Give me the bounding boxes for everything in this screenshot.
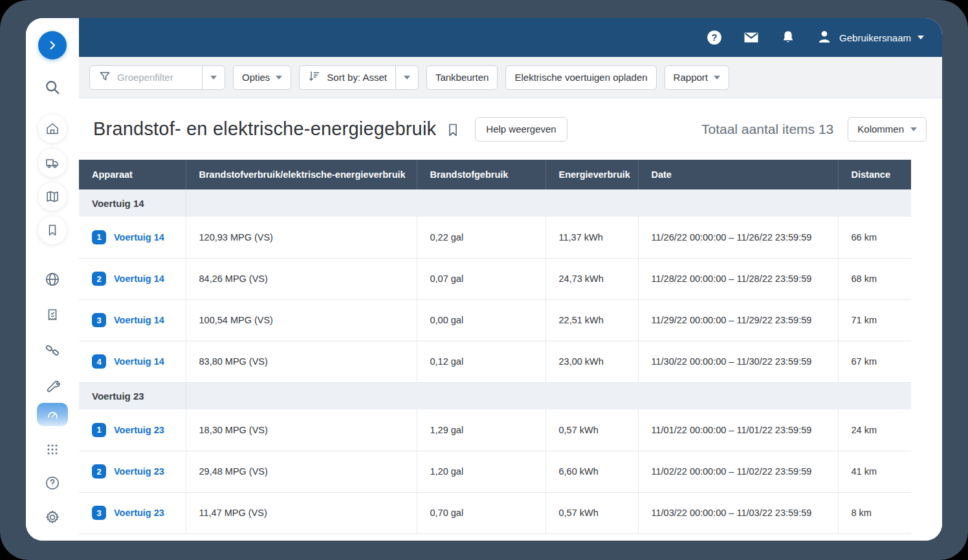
- fuel-cell: 1,20 gal: [417, 451, 545, 492]
- report-button[interactable]: Rapport: [665, 65, 729, 90]
- help-icon[interactable]: ?: [706, 29, 723, 46]
- wrench-icon: [45, 378, 61, 394]
- distance-cell: 24 km: [838, 409, 911, 451]
- sidebar-item-settings[interactable]: [38, 503, 67, 532]
- receipt-check-icon: [45, 307, 60, 323]
- row-index-badge: 1: [92, 230, 106, 244]
- chevron-down-icon: [210, 76, 217, 80]
- page-header: Brandstof- en elektrische-energiegebruik…: [79, 98, 942, 160]
- asset-cell: 3Voertuig 23: [79, 492, 186, 533]
- energy-cell: 11,37 kWh: [545, 217, 638, 258]
- column-header-1[interactable]: Brandstofverbruik/elektrische-energiever…: [186, 160, 417, 189]
- asset-link[interactable]: Voertuig 23: [114, 466, 164, 477]
- group-row-filler: [186, 189, 911, 217]
- sidebar-item-activity[interactable]: [38, 301, 67, 329]
- date-cell: 11/26/22 00:00:00 – 11/26/22 23:59:59: [638, 217, 838, 258]
- column-header-0[interactable]: Apparaat: [79, 160, 186, 189]
- row-index-badge: 4: [92, 354, 106, 369]
- fuel-cell: 0,70 gal: [417, 492, 545, 533]
- sidebar-item-maintenance[interactable]: [38, 372, 67, 400]
- sidebar-item-help[interactable]: [38, 469, 67, 497]
- column-header-2[interactable]: Brandstofgebruik: [417, 160, 545, 189]
- consumption-cell: 120,93 MPG (VS): [186, 217, 417, 258]
- sidebar-item-vehicles[interactable]: [38, 149, 67, 177]
- funnel-icon: [98, 70, 111, 85]
- user-menu[interactable]: Gebruikersnaam: [816, 28, 924, 47]
- asset-link[interactable]: Voertuig 14: [114, 356, 164, 367]
- fuel-ups-label: Tankbeurten: [435, 72, 489, 83]
- columns-button[interactable]: Kolommen: [848, 117, 927, 142]
- chevron-down-icon: [910, 127, 917, 131]
- distance-cell: 41 km: [838, 451, 911, 492]
- fuel-cell: 0,07 gal: [417, 258, 545, 299]
- fuel-cell: 0,22 gal: [417, 217, 545, 258]
- table-header: ApparaatBrandstofverbruik/elektrische-en…: [79, 160, 911, 189]
- app-window: ? Gebruikersnaam: [26, 18, 942, 541]
- asset-link[interactable]: Voertuig 14: [114, 315, 164, 325]
- svg-text:?: ?: [712, 32, 718, 43]
- distance-cell: 67 km: [838, 341, 911, 382]
- table-row: 1Voertuig 14120,93 MPG (VS)0,22 gal11,37…: [79, 217, 911, 258]
- sidebar-item-search[interactable]: [38, 73, 67, 102]
- map-icon: [45, 189, 60, 204]
- group-filter-control: [89, 65, 225, 90]
- table-row: 1Voertuig 2318,30 MPG (VS)1,29 gal0,57 k…: [79, 409, 911, 451]
- top-bar: ? Gebruikersnaam: [79, 18, 942, 57]
- asset-link[interactable]: Voertuig 23: [114, 508, 164, 518]
- energy-cell: 0,57 kWh: [545, 492, 638, 533]
- date-cell: 11/03/22 00:00:00 – 11/03/22 23:59:59: [638, 492, 838, 533]
- bell-icon[interactable]: [780, 29, 797, 46]
- date-cell: 11/01/22 00:00:00 – 11/01/22 23:59:59: [638, 409, 838, 451]
- group-row: Voertuig 14: [79, 189, 911, 217]
- column-header-5[interactable]: Distance: [838, 160, 911, 189]
- energy-cell: 22,51 kWh: [545, 299, 638, 341]
- options-button[interactable]: Opties: [233, 65, 291, 90]
- asset-cell: 1Voertuig 14: [79, 217, 186, 258]
- distance-cell: 68 km: [838, 258, 911, 299]
- sidebar-item-map[interactable]: [38, 182, 67, 211]
- search-icon: [43, 78, 61, 96]
- asset-cell: 1Voertuig 23: [79, 409, 186, 451]
- group-row-filler: [186, 382, 911, 409]
- group-filter-field[interactable]: [90, 66, 202, 89]
- ev-charging-button[interactable]: Elektrische voertuigen opladen: [505, 65, 656, 90]
- sort-dropdown-button[interactable]: [396, 66, 418, 89]
- page-title: Brandstof- en elektrische-energiegebruik: [93, 118, 436, 140]
- table-row: 2Voertuig 2329,48 MPG (VS)1,20 gal6,60 k…: [79, 451, 911, 492]
- ev-charging-label: Elektrische voertuigen opladen: [514, 72, 647, 83]
- asset-link[interactable]: Voertuig 23: [114, 425, 164, 435]
- column-header-4[interactable]: Date: [638, 160, 838, 189]
- table-row: 2Voertuig 1484,26 MPG (VS)0,07 gal24,73 …: [79, 258, 911, 299]
- bookmark-page-icon[interactable]: [445, 122, 461, 140]
- group-filter-input[interactable]: [117, 72, 193, 83]
- sort-label: Sort by: Asset: [327, 72, 387, 83]
- energy-cell: 6,60 kWh: [545, 451, 638, 492]
- sort-button[interactable]: Sort by: Asset: [300, 66, 395, 89]
- table-row: 4Voertuig 1483,80 MPG (VS)0,12 gal23,00 …: [79, 341, 911, 382]
- asset-link[interactable]: Voertuig 14: [114, 232, 164, 242]
- expand-sidebar-button[interactable]: [38, 31, 67, 59]
- fuel-cell: 0,00 gal: [417, 299, 545, 341]
- sidebar-item-home[interactable]: [38, 114, 67, 143]
- show-help-button[interactable]: Help weergeven: [475, 117, 567, 142]
- chevron-down-icon: [714, 76, 720, 80]
- fuel-ups-button[interactable]: Tankbeurten: [426, 65, 498, 90]
- mail-icon[interactable]: [742, 28, 760, 47]
- sidebar-item-connectors[interactable]: [38, 336, 67, 365]
- sidebar-item-bookmarks[interactable]: [38, 216, 67, 244]
- sidebar-item-apps[interactable]: [38, 435, 67, 464]
- date-cell: 11/02/22 00:00:00 – 11/02/22 23:59:59: [638, 451, 838, 492]
- table-row: 3Voertuig 14100,54 MPG (VS)0,00 gal22,51…: [79, 299, 911, 341]
- sidebar-item-zones[interactable]: [38, 265, 67, 294]
- asset-link[interactable]: Voertuig 14: [114, 274, 164, 284]
- sidebar-item-fuel-ev-usage-active[interactable]: [37, 403, 68, 426]
- column-header-3[interactable]: Energieverbruik: [545, 160, 638, 189]
- group-filter-dropdown-button[interactable]: [203, 66, 225, 89]
- chevron-down-icon: [276, 76, 282, 80]
- truck-icon: [45, 155, 60, 171]
- chevron-down-icon: [918, 36, 924, 39]
- bookmark-icon: [45, 222, 60, 238]
- asset-cell: 4Voertuig 14: [79, 341, 186, 382]
- row-index-badge: 1: [92, 423, 106, 437]
- chevron-down-icon: [404, 76, 410, 80]
